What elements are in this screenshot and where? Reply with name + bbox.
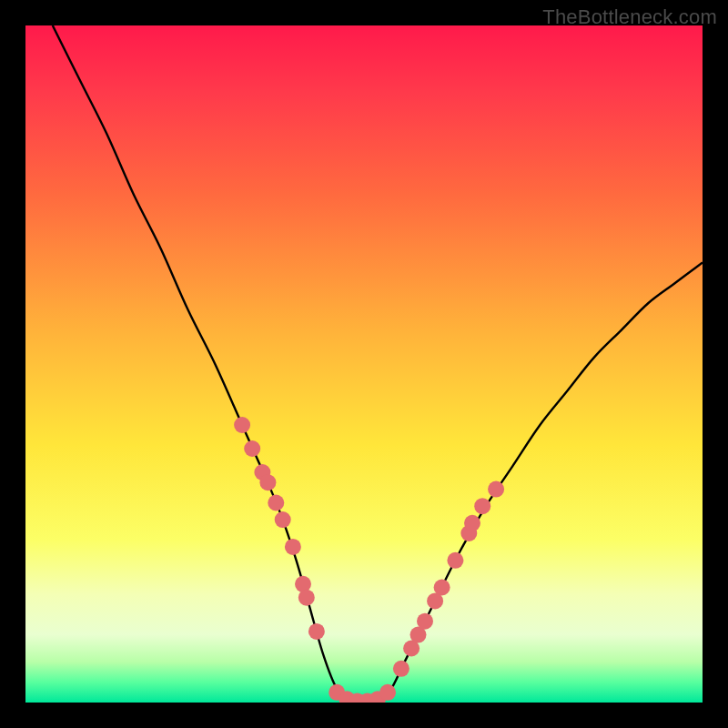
- data-marker: [464, 515, 480, 531]
- data-marker: [379, 684, 396, 701]
- data-marker: [308, 623, 325, 640]
- chart-plot-area: [25, 25, 703, 703]
- data-marker: [434, 580, 450, 596]
- bottleneck-curve: [53, 25, 703, 703]
- data-marker: [244, 440, 260, 457]
- curve-layer: [53, 25, 703, 703]
- data-marker: [234, 417, 250, 433]
- data-marker: [447, 552, 463, 569]
- data-marker: [275, 511, 291, 528]
- chart-svg: [25, 25, 703, 703]
- data-marker: [474, 498, 490, 514]
- data-marker: [417, 613, 433, 630]
- chart-frame: TheBottleneck.com: [0, 0, 728, 728]
- watermark-text: TheBottleneck.com: [542, 5, 717, 29]
- data-marker: [285, 539, 301, 555]
- data-markers: [234, 417, 504, 703]
- data-marker: [393, 661, 410, 677]
- data-marker: [268, 495, 284, 511]
- data-marker: [259, 474, 276, 490]
- data-marker: [298, 590, 315, 606]
- data-marker: [488, 481, 504, 498]
